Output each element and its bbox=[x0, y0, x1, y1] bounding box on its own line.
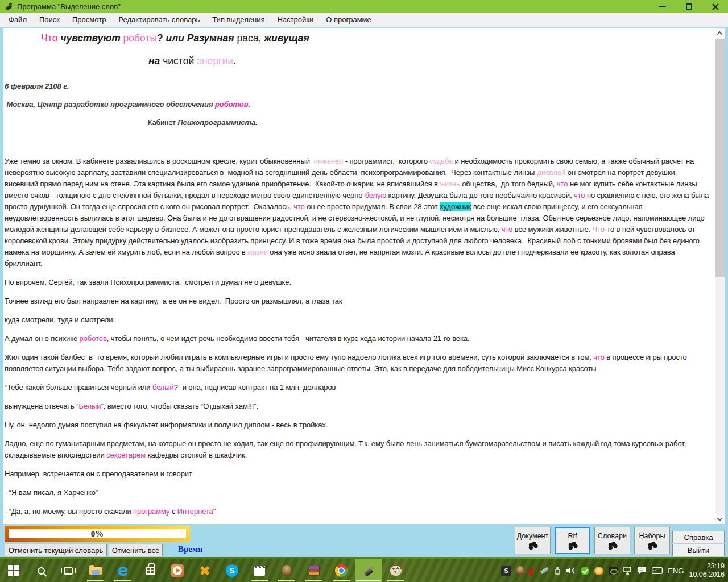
menu-item-5[interactable]: Настройки bbox=[271, 13, 320, 26]
paragraph: Ну, он, недолго думая поступил на факуль… bbox=[5, 419, 712, 431]
minimize-button[interactable] bbox=[650, 0, 676, 13]
paragraph: Что чувствуют роботы? или Разумная раса,… bbox=[5, 32, 346, 44]
paragraph: Точнее взгляд его был направлен на карти… bbox=[5, 296, 712, 307]
paragraph: на чистой энергии. bbox=[22, 55, 363, 67]
steam-tray-icon[interactable]: S bbox=[501, 566, 511, 576]
creature-icon bbox=[282, 565, 291, 576]
system-tray: S ENG 23:19 10.06.2016 bbox=[501, 559, 725, 582]
menu-item-2[interactable]: Просмотр bbox=[66, 13, 112, 26]
binoculars-icon bbox=[646, 542, 659, 550]
paragraph: Москва, Центр разработки программного об… bbox=[5, 99, 712, 110]
message-icon[interactable] bbox=[638, 567, 647, 575]
start-button[interactable] bbox=[0, 559, 27, 582]
app-icon bbox=[5, 2, 13, 11]
volume-icon[interactable] bbox=[566, 567, 576, 575]
windows-logo-icon bbox=[8, 565, 19, 576]
taskbar-search-button[interactable] bbox=[27, 559, 55, 582]
document-text-area[interactable]: Что чувствуют роботы? или Разумная раса,… bbox=[3, 28, 715, 524]
media-player-button[interactable] bbox=[164, 559, 191, 582]
movie-maker-button[interactable] bbox=[246, 559, 273, 582]
game-creature-button[interactable] bbox=[273, 559, 300, 582]
skype-icon: S bbox=[226, 564, 238, 577]
title-bar: Программа "Выделение слов" bbox=[0, 0, 728, 13]
paragraph: А думал он о психике роботов, чтобы поня… bbox=[5, 333, 712, 344]
paragraph: вынуждена отвечать “Белый”, вместо того,… bbox=[5, 401, 712, 412]
scroll-up-button[interactable] bbox=[715, 28, 725, 38]
help-button[interactable]: Справка bbox=[672, 531, 725, 543]
tool-button-group: ДокументRtfСловариНаборы bbox=[515, 527, 670, 554]
maximize-button[interactable] bbox=[676, 0, 702, 13]
tool-button-label: Rtf bbox=[568, 532, 577, 540]
paint-button[interactable] bbox=[382, 559, 410, 582]
cancel-all-button[interactable]: Отменить всё bbox=[109, 544, 163, 556]
task-view-icon bbox=[64, 567, 73, 575]
scroll-down-button[interactable] bbox=[715, 514, 725, 524]
edge-button[interactable]: e bbox=[109, 559, 136, 582]
network-icon[interactable] bbox=[623, 567, 632, 575]
scrollbar-thumb[interactable] bbox=[715, 39, 725, 277]
paragraph: - “Да, а, по-моему, вы просто скачали пр… bbox=[5, 506, 712, 517]
menu-item-0[interactable]: Файл bbox=[2, 13, 33, 26]
edge-icon: e bbox=[118, 564, 129, 577]
lion-tray-icon[interactable] bbox=[594, 567, 603, 575]
word-highlighter-app-button[interactable] bbox=[355, 559, 382, 582]
menu-item-3[interactable]: Редактировать словарь bbox=[112, 13, 206, 26]
paragraph: Жил один такой балбес в то время, которы… bbox=[5, 352, 712, 375]
close-button[interactable] bbox=[702, 0, 728, 13]
windows-store-button[interactable] bbox=[136, 559, 164, 582]
media-play-icon bbox=[171, 564, 184, 577]
tool-button-rtf[interactable]: Rtf bbox=[555, 527, 590, 554]
winrar-button[interactable] bbox=[300, 559, 328, 582]
store-bag-icon bbox=[146, 567, 155, 575]
chrome-button[interactable] bbox=[328, 559, 355, 582]
folder-icon bbox=[89, 567, 102, 575]
red-bird-tray-icon[interactable] bbox=[527, 566, 537, 576]
binoculars-icon bbox=[566, 542, 580, 550]
chevron-up-icon bbox=[717, 31, 723, 37]
language-indicator[interactable]: ENG bbox=[668, 567, 684, 575]
menu-item-6[interactable]: О программе bbox=[320, 13, 378, 26]
exit-button[interactable]: Выйти bbox=[672, 544, 725, 556]
stamp-icon bbox=[363, 566, 374, 576]
nvidia-icon[interactable] bbox=[609, 566, 618, 576]
tool-button-label: Документ bbox=[517, 532, 548, 540]
usb-stick-tray-icon[interactable] bbox=[540, 567, 549, 575]
usb-plug-icon[interactable] bbox=[554, 567, 561, 575]
clock-time: 23:19 bbox=[689, 562, 725, 571]
paragraph: 6 февраля 2108 г. bbox=[5, 81, 712, 92]
paragraph: Кабинет Психопрограммиста. bbox=[148, 117, 712, 128]
paragraph: Например встречается он с преподавателем… bbox=[5, 468, 712, 480]
skype-button[interactable]: S bbox=[218, 559, 246, 582]
chevron-down-icon bbox=[717, 516, 723, 521]
antivirus-check-icon[interactable] bbox=[581, 567, 589, 575]
close-icon bbox=[712, 3, 719, 10]
cancel-current-dictionary-button[interactable]: Отменить текущий словарь bbox=[5, 544, 107, 556]
file-explorer-button[interactable] bbox=[82, 559, 109, 582]
clock-date: 10.06.2016 bbox=[689, 571, 725, 579]
taskbar-apps: e S bbox=[0, 559, 410, 582]
binoculars-icon bbox=[606, 542, 619, 550]
clock[interactable]: 23:19 10.06.2016 bbox=[689, 562, 725, 579]
paragraph: Ладно, еще по гуманитарным предметам, на… bbox=[5, 438, 712, 461]
tool-button-документ[interactable]: Документ bbox=[515, 527, 551, 554]
progress-bar: 0% bbox=[5, 526, 190, 542]
binoculars-icon bbox=[526, 542, 540, 550]
menu-item-1[interactable]: Поиск bbox=[33, 13, 66, 26]
time-label: Время bbox=[178, 544, 202, 554]
creature-tray-icon[interactable] bbox=[516, 566, 524, 575]
window-title: Программа "Выделение слов" bbox=[17, 2, 121, 11]
app-window: Программа "Выделение слов" ФайлПоискПрос… bbox=[0, 0, 728, 557]
orange-game-button[interactable] bbox=[191, 559, 218, 582]
keyboard-icon[interactable] bbox=[652, 567, 663, 574]
maximize-icon bbox=[686, 3, 692, 10]
menu-item-4[interactable]: Тип выделения bbox=[206, 13, 271, 26]
tool-button-наборы[interactable]: Наборы bbox=[634, 527, 670, 554]
task-view-button[interactable] bbox=[55, 559, 82, 582]
search-icon bbox=[38, 567, 45, 575]
taskbar: e S S ENG 23:19 10.06.2016 bbox=[0, 559, 728, 582]
progress-value: 0% bbox=[91, 529, 104, 539]
vertical-scrollbar[interactable] bbox=[715, 28, 725, 524]
tool-button-словари[interactable]: Словари bbox=[594, 527, 630, 554]
winrar-books-icon bbox=[309, 566, 320, 576]
minimize-icon bbox=[659, 6, 666, 7]
